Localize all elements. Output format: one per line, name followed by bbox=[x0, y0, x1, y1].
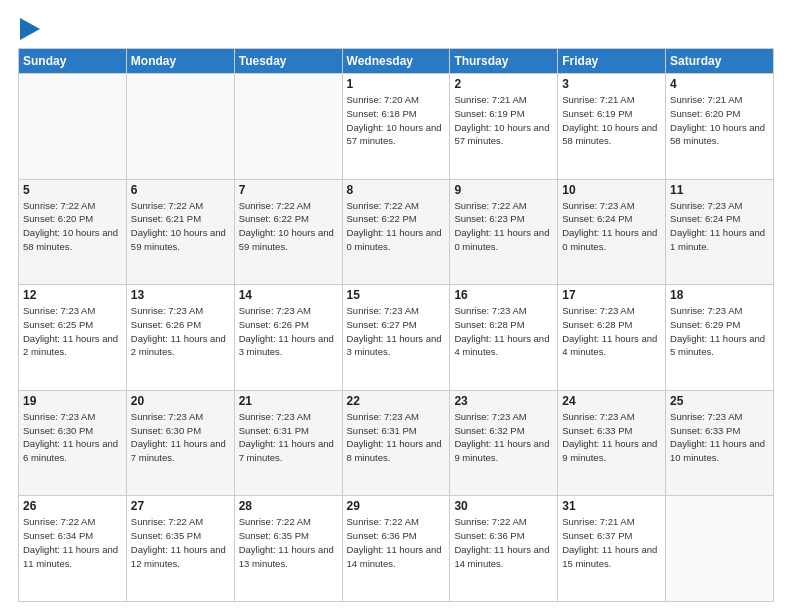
day-info: Sunrise: 7:23 AMSunset: 6:26 PMDaylight:… bbox=[239, 304, 338, 359]
day-number: 21 bbox=[239, 394, 338, 408]
day-info: Sunrise: 7:22 AMSunset: 6:22 PMDaylight:… bbox=[239, 199, 338, 254]
weekday-header-wednesday: Wednesday bbox=[342, 49, 450, 74]
calendar-cell: 21Sunrise: 7:23 AMSunset: 6:31 PMDayligh… bbox=[234, 390, 342, 496]
calendar-cell: 12Sunrise: 7:23 AMSunset: 6:25 PMDayligh… bbox=[19, 285, 127, 391]
day-info: Sunrise: 7:21 AMSunset: 6:19 PMDaylight:… bbox=[454, 93, 553, 148]
calendar-cell: 23Sunrise: 7:23 AMSunset: 6:32 PMDayligh… bbox=[450, 390, 558, 496]
day-info: Sunrise: 7:22 AMSunset: 6:21 PMDaylight:… bbox=[131, 199, 230, 254]
day-info: Sunrise: 7:23 AMSunset: 6:30 PMDaylight:… bbox=[131, 410, 230, 465]
weekday-header-sunday: Sunday bbox=[19, 49, 127, 74]
day-info: Sunrise: 7:23 AMSunset: 6:28 PMDaylight:… bbox=[562, 304, 661, 359]
calendar-cell: 5Sunrise: 7:22 AMSunset: 6:20 PMDaylight… bbox=[19, 179, 127, 285]
day-number: 16 bbox=[454, 288, 553, 302]
calendar-cell: 11Sunrise: 7:23 AMSunset: 6:24 PMDayligh… bbox=[666, 179, 774, 285]
calendar-table: SundayMondayTuesdayWednesdayThursdayFrid… bbox=[18, 48, 774, 602]
calendar-cell: 4Sunrise: 7:21 AMSunset: 6:20 PMDaylight… bbox=[666, 74, 774, 180]
day-info: Sunrise: 7:23 AMSunset: 6:24 PMDaylight:… bbox=[670, 199, 769, 254]
calendar-cell: 2Sunrise: 7:21 AMSunset: 6:19 PMDaylight… bbox=[450, 74, 558, 180]
day-number: 5 bbox=[23, 183, 122, 197]
calendar-cell: 14Sunrise: 7:23 AMSunset: 6:26 PMDayligh… bbox=[234, 285, 342, 391]
day-number: 7 bbox=[239, 183, 338, 197]
day-number: 6 bbox=[131, 183, 230, 197]
day-info: Sunrise: 7:23 AMSunset: 6:27 PMDaylight:… bbox=[347, 304, 446, 359]
calendar-cell: 17Sunrise: 7:23 AMSunset: 6:28 PMDayligh… bbox=[558, 285, 666, 391]
day-info: Sunrise: 7:21 AMSunset: 6:37 PMDaylight:… bbox=[562, 515, 661, 570]
calendar-cell: 19Sunrise: 7:23 AMSunset: 6:30 PMDayligh… bbox=[19, 390, 127, 496]
calendar-cell: 8Sunrise: 7:22 AMSunset: 6:22 PMDaylight… bbox=[342, 179, 450, 285]
day-number: 10 bbox=[562, 183, 661, 197]
day-number: 4 bbox=[670, 77, 769, 91]
day-number: 2 bbox=[454, 77, 553, 91]
calendar-cell: 20Sunrise: 7:23 AMSunset: 6:30 PMDayligh… bbox=[126, 390, 234, 496]
day-number: 30 bbox=[454, 499, 553, 513]
day-number: 28 bbox=[239, 499, 338, 513]
logo-icon bbox=[20, 18, 40, 40]
calendar-cell: 30Sunrise: 7:22 AMSunset: 6:36 PMDayligh… bbox=[450, 496, 558, 602]
calendar-week-row: 12Sunrise: 7:23 AMSunset: 6:25 PMDayligh… bbox=[19, 285, 774, 391]
day-number: 23 bbox=[454, 394, 553, 408]
weekday-header-tuesday: Tuesday bbox=[234, 49, 342, 74]
day-info: Sunrise: 7:23 AMSunset: 6:28 PMDaylight:… bbox=[454, 304, 553, 359]
day-number: 9 bbox=[454, 183, 553, 197]
day-number: 14 bbox=[239, 288, 338, 302]
calendar-week-row: 26Sunrise: 7:22 AMSunset: 6:34 PMDayligh… bbox=[19, 496, 774, 602]
day-info: Sunrise: 7:23 AMSunset: 6:31 PMDaylight:… bbox=[347, 410, 446, 465]
calendar-cell bbox=[19, 74, 127, 180]
day-number: 17 bbox=[562, 288, 661, 302]
calendar-cell bbox=[666, 496, 774, 602]
calendar-cell: 18Sunrise: 7:23 AMSunset: 6:29 PMDayligh… bbox=[666, 285, 774, 391]
day-number: 20 bbox=[131, 394, 230, 408]
calendar-cell: 9Sunrise: 7:22 AMSunset: 6:23 PMDaylight… bbox=[450, 179, 558, 285]
calendar-cell: 10Sunrise: 7:23 AMSunset: 6:24 PMDayligh… bbox=[558, 179, 666, 285]
header bbox=[18, 18, 774, 40]
day-info: Sunrise: 7:22 AMSunset: 6:34 PMDaylight:… bbox=[23, 515, 122, 570]
calendar-cell: 26Sunrise: 7:22 AMSunset: 6:34 PMDayligh… bbox=[19, 496, 127, 602]
calendar-cell bbox=[126, 74, 234, 180]
day-number: 13 bbox=[131, 288, 230, 302]
day-info: Sunrise: 7:21 AMSunset: 6:20 PMDaylight:… bbox=[670, 93, 769, 148]
day-info: Sunrise: 7:23 AMSunset: 6:33 PMDaylight:… bbox=[562, 410, 661, 465]
calendar-week-row: 1Sunrise: 7:20 AMSunset: 6:18 PMDaylight… bbox=[19, 74, 774, 180]
weekday-header-row: SundayMondayTuesdayWednesdayThursdayFrid… bbox=[19, 49, 774, 74]
calendar-cell: 29Sunrise: 7:22 AMSunset: 6:36 PMDayligh… bbox=[342, 496, 450, 602]
logo bbox=[18, 18, 40, 40]
calendar-cell: 1Sunrise: 7:20 AMSunset: 6:18 PMDaylight… bbox=[342, 74, 450, 180]
calendar-cell: 22Sunrise: 7:23 AMSunset: 6:31 PMDayligh… bbox=[342, 390, 450, 496]
day-number: 19 bbox=[23, 394, 122, 408]
svg-marker-0 bbox=[20, 18, 40, 40]
calendar-week-row: 5Sunrise: 7:22 AMSunset: 6:20 PMDaylight… bbox=[19, 179, 774, 285]
day-number: 25 bbox=[670, 394, 769, 408]
day-number: 26 bbox=[23, 499, 122, 513]
day-number: 27 bbox=[131, 499, 230, 513]
calendar-cell: 24Sunrise: 7:23 AMSunset: 6:33 PMDayligh… bbox=[558, 390, 666, 496]
day-info: Sunrise: 7:22 AMSunset: 6:22 PMDaylight:… bbox=[347, 199, 446, 254]
day-number: 31 bbox=[562, 499, 661, 513]
page: SundayMondayTuesdayWednesdayThursdayFrid… bbox=[0, 0, 792, 612]
day-number: 1 bbox=[347, 77, 446, 91]
day-info: Sunrise: 7:20 AMSunset: 6:18 PMDaylight:… bbox=[347, 93, 446, 148]
day-number: 8 bbox=[347, 183, 446, 197]
day-number: 3 bbox=[562, 77, 661, 91]
weekday-header-saturday: Saturday bbox=[666, 49, 774, 74]
calendar-cell: 28Sunrise: 7:22 AMSunset: 6:35 PMDayligh… bbox=[234, 496, 342, 602]
day-info: Sunrise: 7:22 AMSunset: 6:35 PMDaylight:… bbox=[239, 515, 338, 570]
day-info: Sunrise: 7:22 AMSunset: 6:36 PMDaylight:… bbox=[454, 515, 553, 570]
day-number: 12 bbox=[23, 288, 122, 302]
day-info: Sunrise: 7:23 AMSunset: 6:24 PMDaylight:… bbox=[562, 199, 661, 254]
day-number: 24 bbox=[562, 394, 661, 408]
day-info: Sunrise: 7:23 AMSunset: 6:31 PMDaylight:… bbox=[239, 410, 338, 465]
weekday-header-thursday: Thursday bbox=[450, 49, 558, 74]
day-info: Sunrise: 7:22 AMSunset: 6:35 PMDaylight:… bbox=[131, 515, 230, 570]
calendar-cell bbox=[234, 74, 342, 180]
calendar-cell: 31Sunrise: 7:21 AMSunset: 6:37 PMDayligh… bbox=[558, 496, 666, 602]
day-info: Sunrise: 7:23 AMSunset: 6:26 PMDaylight:… bbox=[131, 304, 230, 359]
weekday-header-monday: Monday bbox=[126, 49, 234, 74]
weekday-header-friday: Friday bbox=[558, 49, 666, 74]
calendar-cell: 6Sunrise: 7:22 AMSunset: 6:21 PMDaylight… bbox=[126, 179, 234, 285]
day-info: Sunrise: 7:23 AMSunset: 6:29 PMDaylight:… bbox=[670, 304, 769, 359]
calendar-cell: 15Sunrise: 7:23 AMSunset: 6:27 PMDayligh… bbox=[342, 285, 450, 391]
calendar-cell: 13Sunrise: 7:23 AMSunset: 6:26 PMDayligh… bbox=[126, 285, 234, 391]
calendar-cell: 16Sunrise: 7:23 AMSunset: 6:28 PMDayligh… bbox=[450, 285, 558, 391]
day-info: Sunrise: 7:21 AMSunset: 6:19 PMDaylight:… bbox=[562, 93, 661, 148]
day-number: 22 bbox=[347, 394, 446, 408]
